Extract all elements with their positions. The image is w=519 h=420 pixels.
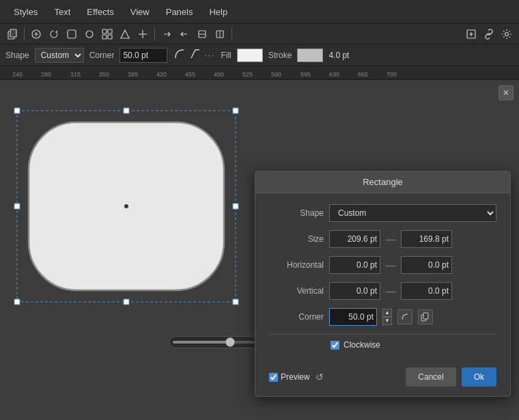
toolbar-icon-6[interactable] <box>99 26 115 42</box>
cancel-button[interactable]: Cancel <box>406 367 455 387</box>
toolbar-icon-2[interactable] <box>28 26 44 42</box>
dialog-size-row: Size — <box>269 230 496 248</box>
svg-rect-3 <box>68 30 76 38</box>
corner-sharp-icon[interactable] <box>188 47 202 64</box>
canvas-content <box>14 107 239 305</box>
svg-marker-9 <box>121 30 129 38</box>
corner-input[interactable] <box>120 48 167 63</box>
toolbar-icon-9[interactable] <box>158 26 175 42</box>
dialog-size-h[interactable] <box>401 230 452 248</box>
corner-label: Corner <box>89 51 115 60</box>
close-button[interactable]: ✕ <box>499 85 514 100</box>
ruler-280: 280 <box>41 71 51 78</box>
toolbar-icon-link[interactable] <box>481 26 497 42</box>
ruler-315: 315 <box>70 71 81 78</box>
ruler-420: 420 <box>156 71 167 78</box>
svg-rect-26 <box>14 299 20 305</box>
toolbar-icon-export[interactable] <box>463 26 479 42</box>
dialog-horizontal-row: Horizontal — <box>269 256 496 274</box>
toolbar-icon-3[interactable] <box>46 26 62 42</box>
toolbar-sep-2 <box>154 27 155 41</box>
svg-rect-28 <box>233 299 238 305</box>
fill-swatch[interactable] <box>237 48 263 62</box>
corner-round-icon[interactable] <box>173 47 186 64</box>
ruler-ticks: 245 280 315 350 385 420 455 490 525 560 … <box>0 66 519 79</box>
svg-rect-21 <box>14 108 20 113</box>
ruler-665: 665 <box>358 71 368 78</box>
corner-spinner: ▲ ▼ <box>382 309 392 325</box>
canvas-area: ✕ <box>0 80 519 420</box>
size-dash: — <box>386 234 395 244</box>
ruler-525: 525 <box>242 71 253 78</box>
menu-styles[interactable]: Styles <box>5 3 46 21</box>
toolbar-icon-10[interactable] <box>176 26 193 42</box>
preview-label: Preview <box>281 372 310 382</box>
menu-help[interactable]: Help <box>201 3 236 21</box>
toolbar-icon-8[interactable] <box>135 26 151 42</box>
dialog-corner-row: Corner ▲ ▼ <box>269 308 496 326</box>
more-options[interactable]: ··· <box>204 51 215 60</box>
slider-track <box>173 341 255 344</box>
spinner-up[interactable]: ▲ <box>382 309 392 317</box>
svg-rect-27 <box>124 299 129 305</box>
dialog-vertical-x[interactable] <box>329 282 380 300</box>
menu-text[interactable]: Text <box>46 3 79 21</box>
menu-effects[interactable]: Effects <box>79 3 122 21</box>
menubar: Styles Text Effects View Panels Help <box>0 0 519 24</box>
svg-point-17 <box>505 32 509 36</box>
ruler-350: 350 <box>99 71 109 78</box>
toolbar-icon-settings[interactable] <box>499 26 515 42</box>
corner-slider[interactable] <box>169 336 258 348</box>
dialog-corner-label: Corner <box>269 312 324 322</box>
toolbar-icon-5[interactable] <box>81 26 98 42</box>
dialog-size-label: Size <box>269 234 324 244</box>
toolbar-icon-7[interactable] <box>117 26 133 42</box>
ruler-385: 385 <box>128 71 138 78</box>
clockwise-row: Clockwise <box>331 340 496 350</box>
stroke-swatch[interactable] <box>297 48 323 62</box>
toolbar-icon-12[interactable] <box>212 26 228 42</box>
toolbar-sep-1 <box>24 27 25 41</box>
toolbar-icon-11[interactable] <box>194 26 210 42</box>
svg-rect-25 <box>233 204 238 209</box>
dialog-horizontal-label: Horizontal <box>269 260 324 270</box>
svg-rect-5 <box>102 29 107 33</box>
dialog-shape-label: Shape <box>269 208 324 218</box>
dialog-horizontal-y[interactable] <box>401 256 452 274</box>
dialog-corner-input[interactable] <box>329 308 377 326</box>
preview-checkbox[interactable] <box>269 373 278 382</box>
toolbar-icon-4[interactable] <box>64 26 80 42</box>
corner-copy-btn[interactable] <box>418 309 433 324</box>
svg-rect-7 <box>102 35 107 39</box>
fill-label: Fill <box>221 51 231 60</box>
dialog-title: Rectangle <box>255 171 510 193</box>
shape-container[interactable] <box>14 107 239 305</box>
corner-round-btn[interactable] <box>397 309 412 324</box>
dialog-size-w[interactable] <box>329 230 380 248</box>
horizontal-dash: — <box>386 260 395 270</box>
dialog-body: Shape Custom Size — Horizontal — <box>255 193 510 361</box>
ruler-700: 700 <box>387 71 397 78</box>
shape-svg <box>14 107 239 305</box>
toolbar-icon-1[interactable] <box>4 26 20 42</box>
clockwise-checkbox[interactable] <box>331 341 339 350</box>
dialog-horizontal-x[interactable] <box>329 256 380 274</box>
ruler: 245 280 315 350 385 420 455 490 525 560 … <box>0 66 519 80</box>
dialog-vertical-y[interactable] <box>401 282 452 300</box>
spinner-down[interactable]: ▼ <box>382 317 392 325</box>
svg-rect-30 <box>423 313 428 319</box>
shape-select[interactable]: Custom <box>35 48 84 63</box>
svg-rect-6 <box>108 29 112 33</box>
dialog-shape-select[interactable]: Custom <box>329 204 496 222</box>
menu-view[interactable]: View <box>122 3 158 21</box>
rectangle-dialog: Rectangle Shape Custom Size — Horizontal <box>255 171 511 397</box>
ok-button[interactable]: Ok <box>462 367 496 387</box>
stroke-value: 4.0 pt <box>328 51 349 60</box>
ruler-245: 245 <box>12 71 23 78</box>
dialog-vertical-label: Vertical <box>269 286 324 296</box>
menu-panels[interactable]: Panels <box>158 3 201 21</box>
refresh-icon[interactable]: ↺ <box>315 372 324 382</box>
dialog-footer: Preview ↺ Cancel Ok <box>255 361 510 396</box>
slider-thumb[interactable] <box>225 337 235 347</box>
svg-rect-1 <box>10 29 16 37</box>
